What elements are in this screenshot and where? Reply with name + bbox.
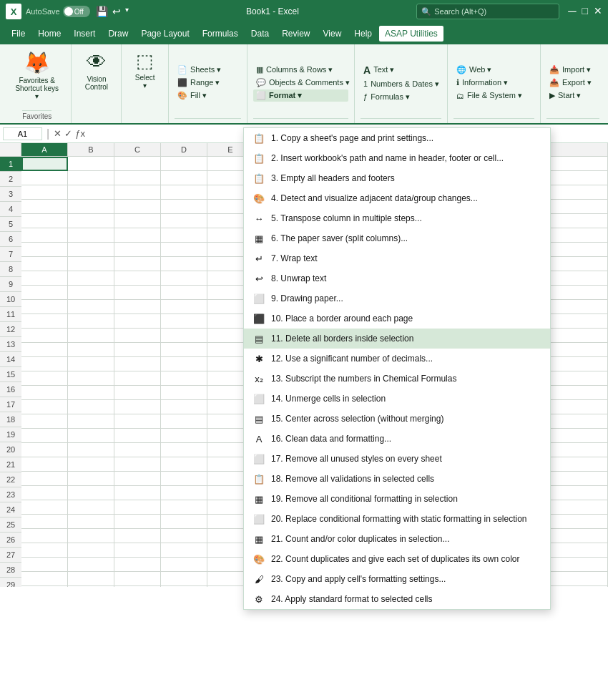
cell-D23[interactable] (161, 472, 207, 486)
cell-D28[interactable] (161, 543, 207, 558)
cell-C14[interactable] (114, 343, 161, 357)
cell-B25[interactable] (68, 500, 114, 515)
save-icon[interactable]: 💾 (96, 6, 108, 17)
cell-A26[interactable] (21, 515, 68, 529)
cell-C16[interactable] (114, 371, 161, 386)
cell-D8[interactable] (161, 257, 207, 271)
menu-item-5[interactable]: ↔5. Transpose column in multiple steps..… (244, 208, 550, 228)
cell-A7[interactable] (21, 243, 68, 257)
cell-C18[interactable] (114, 400, 161, 414)
cell-C6[interactable] (114, 228, 161, 243)
cell-D22[interactable] (161, 457, 207, 472)
cell-D2[interactable] (161, 171, 207, 185)
menu-item-15[interactable]: ▤15. Center across selection (without me… (244, 409, 550, 429)
cell-B29[interactable] (68, 558, 114, 572)
cell-D11[interactable] (161, 300, 207, 314)
cell-A27[interactable] (21, 529, 68, 543)
cell-B1[interactable] (68, 157, 114, 171)
cell-C23[interactable] (114, 472, 161, 486)
menu-item-6[interactable]: ▦6. The paper saver (split columns)... (244, 228, 550, 248)
cell-A14[interactable] (21, 343, 68, 357)
cell-B24[interactable] (68, 486, 114, 500)
menu-help[interactable]: Help (348, 26, 378, 42)
cell-C5[interactable] (114, 214, 161, 228)
export-button[interactable]: 📤 Export ▾ (546, 77, 599, 89)
cell-A18[interactable] (21, 400, 68, 414)
menu-home[interactable]: Home (32, 26, 67, 42)
cell-A24[interactable] (21, 486, 68, 500)
cell-B22[interactable] (68, 457, 114, 472)
cell-B26[interactable] (68, 515, 114, 529)
cell-D18[interactable] (161, 400, 207, 414)
cell-B15[interactable] (68, 357, 114, 371)
cell-B20[interactable] (68, 429, 114, 443)
cell-C1[interactable] (114, 157, 161, 171)
cell-A19[interactable] (21, 414, 68, 429)
menu-item-16[interactable]: A16. Clean data and formatting... (244, 429, 550, 449)
cell-B31[interactable] (68, 586, 114, 587)
cell-D14[interactable] (161, 343, 207, 357)
cell-B5[interactable] (68, 214, 114, 228)
sheets-button[interactable]: 📄 Sheets ▾ (175, 64, 241, 76)
cell-B16[interactable] (68, 371, 114, 386)
cell-C11[interactable] (114, 300, 161, 314)
cell-C25[interactable] (114, 500, 161, 515)
cell-D17[interactable] (161, 386, 207, 400)
cell-C19[interactable] (114, 414, 161, 429)
search-box[interactable]: 🔍 Search (Alt+Q) (416, 4, 559, 19)
cell-C21[interactable] (114, 443, 161, 457)
cell-B27[interactable] (68, 529, 114, 543)
menu-item-9[interactable]: ⬜9. Drawing paper... (244, 288, 550, 308)
cell-D20[interactable] (161, 429, 207, 443)
cell-A17[interactable] (21, 386, 68, 400)
text-button[interactable]: A Text ▾ (361, 63, 441, 77)
cell-B12[interactable] (68, 314, 114, 329)
file-system-button[interactable]: 🗂 File & System ▾ (453, 89, 534, 102)
cell-A22[interactable] (21, 457, 68, 472)
cell-C27[interactable] (114, 529, 161, 543)
menu-item-14[interactable]: ⬜14. Unmerge cells in selection (244, 389, 550, 409)
menu-item-18[interactable]: 📋18. Remove all validations in selected … (244, 469, 550, 489)
cell-A11[interactable] (21, 300, 68, 314)
import-button[interactable]: 📥 Import ▾ (546, 64, 599, 76)
menu-asap[interactable]: ASAP Utilities (379, 26, 443, 42)
cell-D26[interactable] (161, 515, 207, 529)
cell-reference-input[interactable]: A1 (3, 127, 42, 140)
cell-B28[interactable] (68, 543, 114, 558)
cell-D27[interactable] (161, 529, 207, 543)
cell-B19[interactable] (68, 414, 114, 429)
columns-rows-button[interactable]: ▦ Columns & Rows ▾ (253, 64, 348, 76)
minimize-icon[interactable]: ─ (568, 5, 576, 18)
menu-item-19[interactable]: ▦19. Remove all conditional formatting i… (244, 489, 550, 509)
cell-D25[interactable] (161, 500, 207, 515)
cell-B21[interactable] (68, 443, 114, 457)
cell-B18[interactable] (68, 400, 114, 414)
cell-A3[interactable] (21, 185, 68, 200)
cell-D29[interactable] (161, 558, 207, 572)
menu-item-8[interactable]: ↩8. Unwrap text (244, 268, 550, 288)
cell-C7[interactable] (114, 243, 161, 257)
menu-insert[interactable]: Insert (68, 26, 101, 42)
cell-A28[interactable] (21, 543, 68, 558)
cell-D31[interactable] (161, 586, 207, 587)
cell-D7[interactable] (161, 243, 207, 257)
cell-B14[interactable] (68, 343, 114, 357)
menu-item-21[interactable]: ▦21. Count and/or color duplicates in se… (244, 529, 550, 549)
cell-B9[interactable] (68, 271, 114, 286)
cell-D12[interactable] (161, 314, 207, 329)
cell-B6[interactable] (68, 228, 114, 243)
menu-item-22[interactable]: 🎨22. Count duplicates and give each set … (244, 549, 550, 569)
cell-D21[interactable] (161, 443, 207, 457)
cell-A20[interactable] (21, 429, 68, 443)
cell-A21[interactable] (21, 443, 68, 457)
cell-B7[interactable] (68, 243, 114, 257)
cell-B4[interactable] (68, 200, 114, 214)
web-button[interactable]: 🌐 Web ▾ (453, 64, 534, 76)
cell-C8[interactable] (114, 257, 161, 271)
cell-B2[interactable] (68, 171, 114, 185)
start-button[interactable]: ▶ Start ▾ (546, 89, 599, 102)
objects-comments-button[interactable]: 💬 Objects & Comments ▾ (253, 77, 348, 89)
cell-C17[interactable] (114, 386, 161, 400)
cell-D1[interactable] (161, 157, 207, 171)
menu-item-11[interactable]: ▤11. Delete all borders inside selection (244, 329, 550, 349)
